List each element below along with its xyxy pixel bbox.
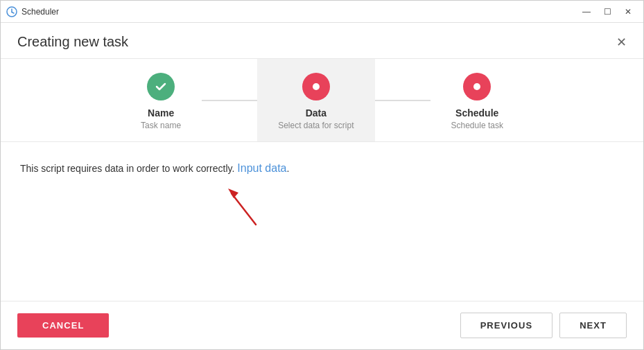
arrow-annotation xyxy=(221,183,624,234)
dialog-title: Creating new task xyxy=(17,34,128,50)
svg-point-3 xyxy=(313,83,320,90)
main-window: Scheduler — ☐ ✕ Creating new task ✕ Name xyxy=(0,0,644,350)
step-name-label: Name xyxy=(148,107,174,119)
svg-point-4 xyxy=(473,83,480,90)
step-line-2 xyxy=(375,100,430,101)
step-name-sublabel: Task name xyxy=(141,121,181,130)
dialog-header: Creating new task ✕ xyxy=(1,23,643,59)
step-name: Name Task name xyxy=(120,59,202,141)
step-data: Data Select data for script xyxy=(257,59,374,141)
step-schedule-sublabel: Schedule task xyxy=(451,121,503,130)
checkmark-icon xyxy=(153,79,168,94)
dot-icon xyxy=(310,80,322,93)
title-bar-controls: — ☐ ✕ xyxy=(577,2,638,21)
svg-line-2 xyxy=(12,12,14,13)
next-button[interactable]: NEXT xyxy=(559,313,627,338)
info-text: This script requires data in order to wo… xyxy=(20,163,237,174)
title-bar-left: Scheduler xyxy=(6,6,59,17)
step-schedule: Schedule Schedule task xyxy=(430,59,524,141)
app-title: Scheduler xyxy=(21,7,59,17)
window-close-button[interactable]: ✕ xyxy=(618,2,638,21)
info-message: This script requires data in order to wo… xyxy=(20,161,624,176)
dialog-close-button[interactable]: ✕ xyxy=(616,36,627,49)
step-data-sublabel: Select data for script xyxy=(278,121,354,130)
svg-marker-6 xyxy=(228,189,238,198)
previous-button[interactable]: PREVIOUS xyxy=(460,313,553,338)
dialog-body: This script requires data in order to wo… xyxy=(1,142,643,301)
step-schedule-circle xyxy=(463,73,491,100)
step-data-label: Data xyxy=(306,107,327,119)
dialog-footer: CANCEL PREVIOUS NEXT xyxy=(1,301,643,349)
steps-inner: Name Task name Data Select data for scri… xyxy=(1,59,643,141)
step-schedule-label: Schedule xyxy=(455,107,498,119)
footer-right: PREVIOUS NEXT xyxy=(460,313,627,338)
step-data-circle xyxy=(302,73,330,100)
arrow-icon xyxy=(221,183,263,231)
info-text-suffix: . xyxy=(286,163,289,174)
input-data-link[interactable]: Input data xyxy=(237,162,286,174)
app-icon xyxy=(6,6,17,17)
cancel-button[interactable]: CANCEL xyxy=(17,313,109,338)
maximize-button[interactable]: ☐ xyxy=(598,2,617,21)
dot-icon-2 xyxy=(471,80,483,93)
step-name-circle xyxy=(147,73,175,100)
minimize-button[interactable]: — xyxy=(577,2,596,21)
svg-line-5 xyxy=(232,193,256,225)
title-bar: Scheduler — ☐ ✕ xyxy=(1,1,643,23)
step-line-1 xyxy=(202,100,257,101)
steps-bar: Name Task name Data Select data for scri… xyxy=(1,59,643,142)
